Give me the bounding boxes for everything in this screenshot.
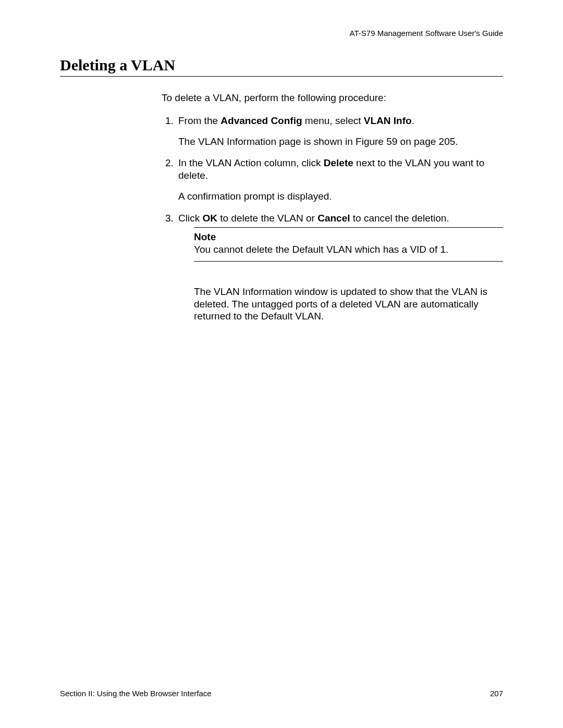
step-1-pre: From the <box>178 115 221 126</box>
step-2-text: In the VLAN Action column, click Delete … <box>178 157 484 181</box>
step-3-bold-2: Cancel <box>317 213 350 224</box>
note-text: You cannot delete the Default VLAN which… <box>194 244 448 255</box>
page: AT-S79 Management Software User's Guide … <box>0 0 563 728</box>
intro-text: To delete a VLAN, perform the following … <box>162 92 503 104</box>
step-1-text: From the Advanced Config menu, select VL… <box>178 115 414 126</box>
step-2-pre: In the VLAN Action column, click <box>178 157 324 168</box>
step-1-mid: menu, select <box>302 115 364 126</box>
step-1-paragraph: The VLAN Information page is shown in Fi… <box>178 135 503 148</box>
note-label: Note <box>194 231 503 243</box>
page-title: Deleting a VLAN <box>60 56 503 74</box>
page-number: 207 <box>490 689 503 698</box>
step-2-bold-1: Delete <box>324 157 353 168</box>
running-header: AT-S79 Management Software User's Guide <box>350 29 503 38</box>
step-3-mid: to delete the VLAN or <box>217 213 317 224</box>
step-1-post: . <box>412 115 414 126</box>
step-1-bold-1: Advanced Config <box>221 115 302 126</box>
step-3-bold-1: OK <box>202 213 217 224</box>
footer-section-label: Section II: Using the Web Browser Interf… <box>60 689 212 698</box>
step-2-paragraph: A confirmation prompt is displayed. <box>178 190 503 203</box>
step-3: Click OK to delete the VLAN or Cancel to… <box>176 212 503 323</box>
step-1-bold-2: VLAN Info <box>364 115 412 126</box>
step-2: In the VLAN Action column, click Delete … <box>176 157 503 202</box>
after-note-text: The VLAN Information window is updated t… <box>194 286 503 323</box>
title-block: Deleting a VLAN <box>60 56 503 77</box>
step-1: From the Advanced Config menu, select VL… <box>176 115 503 148</box>
step-3-pre: Click <box>178 213 202 224</box>
body-content: To delete a VLAN, perform the following … <box>162 92 503 332</box>
step-3-post: to cancel the deletion. <box>350 213 449 224</box>
step-3-text: Click OK to delete the VLAN or Cancel to… <box>178 213 449 224</box>
procedure-list: From the Advanced Config menu, select VL… <box>162 115 503 323</box>
note-block: Note You cannot delete the Default VLAN … <box>194 227 503 262</box>
